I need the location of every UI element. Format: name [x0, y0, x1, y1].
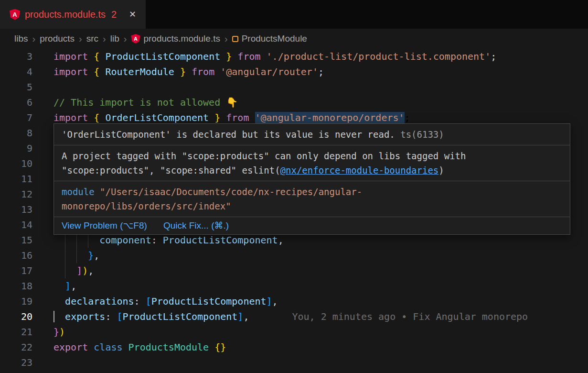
line-number[interactable]: 9: [0, 141, 32, 156]
chevron-right-icon: ›: [124, 33, 127, 44]
code-token: exports: [65, 311, 105, 322]
code-token: [53, 311, 65, 322]
code-content[interactable]: }): [53, 324, 588, 340]
line-number[interactable]: 22: [0, 340, 32, 355]
code-token: ;: [491, 51, 496, 62]
line-number[interactable]: 20: [0, 309, 32, 324]
code-token: from: [237, 51, 260, 62]
line-number[interactable]: 19: [0, 294, 32, 309]
line-number[interactable]: 18: [0, 278, 32, 294]
code-line[interactable]: 16 },: [0, 248, 588, 263]
line-number[interactable]: 14: [0, 217, 32, 232]
code-content[interactable]: export class ProductsModule {}: [53, 340, 588, 355]
code-line[interactable]: 22export class ProductsModule {}: [0, 340, 588, 355]
code-content[interactable]: ],: [53, 278, 588, 294]
code-token: }: [180, 66, 186, 77]
code-token: }: [214, 112, 220, 123]
code-token: }: [226, 51, 232, 62]
line-number[interactable]: 4: [0, 64, 32, 79]
breadcrumb-label: libs: [14, 33, 28, 44]
line-number[interactable]: 7: [0, 110, 32, 125]
code-token: component: [99, 234, 151, 246]
line-number[interactable]: 16: [0, 248, 32, 263]
code-line[interactable]: 23: [0, 355, 588, 370]
code-token: [88, 341, 94, 353]
code-content[interactable]: import { ProductListComponent } from './…: [53, 49, 588, 64]
code-token: [99, 66, 105, 77]
code-content[interactable]: // This import is not allowed 👇: [53, 95, 588, 110]
code-content[interactable]: },: [53, 248, 588, 263]
hover-text-line: 'OrderListComponent' is declared but its…: [62, 127, 562, 142]
line-number[interactable]: 17: [0, 263, 32, 278]
breadcrumb-item-libs[interactable]: libs: [14, 33, 28, 44]
code-token: :: [134, 296, 146, 307]
line-number[interactable]: 5: [0, 79, 32, 95]
code-token: {: [94, 66, 99, 77]
code-token: [249, 112, 255, 123]
code-token: [99, 112, 105, 123]
hover-eslint-diagnostic: A project tagged with "scope:products" c…: [54, 145, 570, 181]
code-content[interactable]: exports: [ProductListComponent],You, 2 m…: [53, 309, 588, 324]
code-token: from: [192, 66, 214, 77]
code-token: RouterModule: [105, 66, 174, 77]
line-number[interactable]: 12: [0, 186, 32, 202]
code-token: [99, 51, 105, 62]
tab-products-module[interactable]: A products.module.ts 2 ✕: [0, 0, 146, 29]
hover-text-line: module "/Users/isaac/Documents/code/nx-r…: [62, 185, 562, 199]
code-token: ,: [243, 311, 249, 322]
code-token: ,: [88, 265, 94, 276]
line-number[interactable]: 3: [0, 49, 32, 64]
code-token: [88, 66, 94, 77]
line-number[interactable]: 13: [0, 202, 32, 217]
code-token: ): [82, 265, 88, 276]
line-number[interactable]: 11: [0, 171, 32, 186]
code-token: [: [117, 311, 122, 322]
view-problem-action[interactable]: View Problem (⌥F8): [62, 220, 147, 231]
code-line[interactable]: 21}): [0, 324, 588, 340]
breadcrumb-item-src[interactable]: src: [86, 33, 98, 44]
code-line[interactable]: 19 declarations: [ProductListComponent],: [0, 294, 588, 309]
line-number[interactable]: 21: [0, 324, 32, 340]
code-content[interactable]: declarations: [ProductListComponent],: [53, 294, 588, 309]
code-line[interactable]: 18 ],: [0, 278, 588, 294]
code-token: ): [59, 326, 65, 338]
code-token: ,: [94, 250, 99, 261]
hover-ts-diagnostic: 'OrderListComponent' is declared but its…: [54, 124, 570, 145]
code-token: '@angular/router': [220, 66, 318, 77]
code-line[interactable]: 20 exports: [ProductListComponent],You, …: [0, 309, 588, 324]
line-number[interactable]: 8: [0, 125, 32, 141]
code-line[interactable]: 4import { RouterModule } from '@angular/…: [0, 64, 588, 79]
code-token: ]: [237, 311, 243, 322]
code-content[interactable]: ]),: [53, 263, 588, 278]
code-token: [53, 296, 65, 307]
line-number[interactable]: 10: [0, 156, 32, 171]
line-number[interactable]: 6: [0, 95, 32, 110]
editor[interactable]: 3import { ProductListComponent } from '.…: [0, 49, 588, 373]
line-number[interactable]: 23: [0, 355, 32, 370]
code-token: [88, 51, 94, 62]
breadcrumb-item-products[interactable]: products: [40, 33, 75, 44]
code-token: ;: [318, 66, 324, 77]
code-token: ,: [71, 280, 76, 292]
code-token: ProductListComponent: [151, 296, 267, 307]
breadcrumb-item-lib[interactable]: lib: [110, 33, 119, 44]
breadcrumb-item-products-module-ts[interactable]: Aproducts.module.ts: [131, 33, 220, 44]
git-blame-annotation: You, 2 minutes ago • Fix Angular monorep…: [249, 311, 528, 322]
breadcrumb-item-productsmodule[interactable]: ProductsModule: [232, 33, 307, 44]
code-token: ]: [65, 280, 71, 292]
code-content[interactable]: import { RouterModule } from '@angular/r…: [53, 64, 588, 79]
eslint-rule-link[interactable]: @nx/enforce-module-boundaries: [280, 165, 439, 176]
code-line[interactable]: 17 ]),: [0, 263, 588, 278]
code-line[interactable]: 3import { ProductListComponent } from '.…: [0, 49, 588, 64]
code-token: [186, 66, 192, 77]
code-content[interactable]: [53, 355, 588, 370]
code-line[interactable]: 5: [0, 79, 588, 95]
code-token: [88, 112, 94, 123]
line-number[interactable]: 15: [0, 232, 32, 248]
code-line[interactable]: 6// This import is not allowed 👇: [0, 95, 588, 110]
quick-fix-action[interactable]: Quick Fix... (⌘.): [163, 220, 229, 231]
code-token: import: [53, 112, 88, 123]
code-token: {}: [214, 341, 226, 353]
close-icon[interactable]: ✕: [129, 9, 136, 20]
code-content[interactable]: [53, 79, 588, 95]
